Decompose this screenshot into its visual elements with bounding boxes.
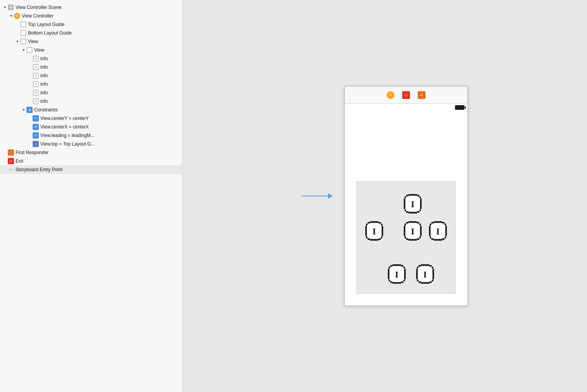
constraint2-item[interactable]: ⊞ View.centerX = centerX bbox=[0, 123, 182, 131]
info1-icon: ✳ bbox=[33, 56, 39, 62]
svg-rect-48 bbox=[408, 239, 417, 241]
toolbar-cube-icon: ⬡ bbox=[402, 91, 410, 99]
info-btn-right[interactable]: I bbox=[427, 220, 448, 243]
info-btn-left[interactable]: I bbox=[364, 220, 385, 243]
info3-label: info bbox=[40, 73, 48, 78]
svg-rect-35 bbox=[381, 225, 382, 237]
svg-rect-1 bbox=[9, 6, 10, 7]
constraint4-label: View.top = Top Layout G... bbox=[40, 141, 95, 147]
left-panel: View Controller Scene V View Controller … bbox=[0, 0, 182, 392]
storyboard-entry-item[interactable]: → Storyboard Entry Point bbox=[0, 165, 182, 174]
svg-rect-50 bbox=[405, 225, 406, 237]
info4-label: info bbox=[40, 82, 48, 87]
svg-rect-85 bbox=[421, 264, 429, 266]
info6-item[interactable]: ✳ info bbox=[0, 97, 182, 106]
constraint3-label: View.leading = leadingM... bbox=[40, 133, 95, 138]
toolbar-exit-icon: ↩ bbox=[418, 91, 425, 99]
constraint4-item[interactable]: I View.top = Top Layout G... bbox=[0, 140, 182, 148]
svg-rect-32 bbox=[370, 239, 379, 241]
scene-label: View Controller Scene bbox=[16, 5, 62, 10]
info2-label: info bbox=[40, 64, 48, 70]
svg-rect-15 bbox=[417, 211, 419, 213]
disclosure-vc[interactable] bbox=[9, 13, 14, 19]
info4-item[interactable]: ✳ info bbox=[0, 80, 182, 88]
first-responder-item[interactable]: ⬡ First Responder bbox=[0, 148, 182, 157]
bottom-layout-item[interactable]: Bottom Layout Guide bbox=[0, 29, 182, 37]
exit-icon: ↩ bbox=[8, 158, 14, 164]
view-outer-label: View bbox=[28, 39, 38, 44]
svg-rect-42 bbox=[404, 226, 405, 236]
svg-rect-23 bbox=[379, 222, 381, 224]
constraint3-icon: ⊟ bbox=[33, 132, 39, 139]
info3-item[interactable]: ✳ info bbox=[0, 71, 182, 80]
svg-rect-74 bbox=[388, 269, 389, 279]
svg-rect-94 bbox=[419, 281, 421, 283]
iphone-content: I bbox=[345, 111, 467, 305]
constraints-item[interactable]: ⊞ Constraints bbox=[0, 106, 182, 114]
view-inner-item[interactable]: View bbox=[0, 46, 182, 54]
info5-item[interactable]: ✳ info bbox=[0, 88, 182, 97]
info-btn-bl[interactable]: I bbox=[386, 264, 407, 286]
constraint2-icon: ⊞ bbox=[33, 124, 39, 130]
svg-rect-26 bbox=[365, 226, 367, 236]
svg-rect-37 bbox=[408, 221, 417, 223]
info5-label: info bbox=[40, 90, 48, 95]
iphone-toolbar: V ⬡ ↩ bbox=[345, 87, 467, 104]
entry-icon: → bbox=[8, 167, 14, 173]
svg-rect-66 bbox=[431, 225, 431, 237]
svg-text:I: I bbox=[411, 199, 414, 209]
svg-rect-62 bbox=[431, 238, 434, 240]
exit-item[interactable]: ↩ Exit bbox=[0, 157, 182, 165]
view-outer-item[interactable]: View bbox=[0, 37, 182, 46]
svg-rect-70 bbox=[390, 265, 392, 267]
svg-rect-75 bbox=[404, 269, 406, 279]
top-layout-item[interactable]: Top Layout Guide bbox=[0, 20, 182, 29]
svg-rect-5 bbox=[408, 194, 417, 196]
svg-rect-54 bbox=[431, 222, 434, 224]
svg-rect-91 bbox=[432, 269, 434, 279]
storyboard-entry-label: Storyboard Entry Point bbox=[16, 167, 63, 172]
info2-item[interactable]: ✳ info bbox=[0, 63, 182, 71]
svg-rect-99 bbox=[432, 268, 432, 280]
constraint1-item[interactable]: ⊟ View.centerY = centerY bbox=[0, 114, 182, 123]
svg-rect-18 bbox=[405, 198, 406, 210]
disclosure-view-inner[interactable] bbox=[21, 47, 26, 53]
disclosure-view-outer[interactable] bbox=[15, 39, 20, 44]
exit-label: Exit bbox=[16, 158, 23, 164]
info1-label: info bbox=[40, 56, 48, 61]
info-btn-center[interactable]: I bbox=[402, 220, 423, 243]
svg-rect-16 bbox=[408, 212, 417, 213]
svg-rect-38 bbox=[406, 222, 408, 224]
scene-header[interactable]: View Controller Scene bbox=[0, 3, 182, 12]
svg-rect-19 bbox=[419, 198, 420, 210]
svg-rect-22 bbox=[368, 222, 370, 224]
svg-rect-39 bbox=[417, 222, 419, 224]
vc-item[interactable]: V View Controller bbox=[0, 12, 182, 20]
svg-rect-21 bbox=[370, 221, 379, 223]
disclosure-scene[interactable] bbox=[2, 5, 8, 10]
svg-rect-6 bbox=[406, 195, 408, 196]
info4-icon: ✳ bbox=[33, 81, 39, 87]
svg-text:I: I bbox=[424, 269, 427, 279]
layout-guide-icon bbox=[20, 21, 26, 28]
info1-item[interactable]: ✳ info bbox=[0, 54, 182, 63]
disclosure-constraints[interactable] bbox=[21, 107, 26, 113]
svg-rect-43 bbox=[420, 226, 422, 236]
bottom-layout-label: Bottom Layout Guide bbox=[28, 30, 72, 36]
info6-icon: ✳ bbox=[33, 98, 39, 104]
inner-view: I bbox=[356, 181, 456, 294]
svg-rect-98 bbox=[418, 268, 419, 280]
constraint2-label: View.centerX = centerX bbox=[40, 124, 89, 130]
info-btn-br[interactable]: I bbox=[415, 264, 436, 286]
constraint3-item[interactable]: ⊟ View.leading = leadingM... bbox=[0, 131, 182, 140]
constraint1-icon: ⊟ bbox=[33, 115, 39, 121]
svg-rect-58 bbox=[429, 226, 431, 236]
info-btn-top[interactable]: I bbox=[402, 193, 423, 215]
svg-rect-47 bbox=[417, 238, 419, 240]
svg-rect-51 bbox=[419, 225, 420, 237]
svg-rect-14 bbox=[406, 211, 408, 213]
svg-rect-30 bbox=[368, 238, 370, 240]
view-icon-inner bbox=[26, 47, 33, 53]
svg-rect-7 bbox=[417, 195, 419, 196]
svg-text:I: I bbox=[411, 226, 414, 236]
